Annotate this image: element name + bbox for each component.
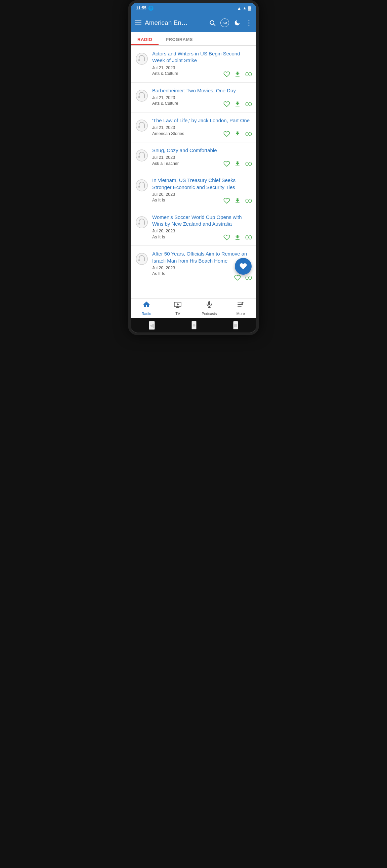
wifi-icon: ▲ [237,6,241,11]
svg-rect-19 [144,156,145,158]
listen-later-icon[interactable] [245,275,252,280]
news-actions [224,197,252,204]
favorite-icon[interactable] [234,274,241,281]
favorite-icon[interactable] [224,71,230,78]
audio-thumbnail [135,89,149,103]
status-bar: 11:55 🌐 ▲ ▲ ▓ [131,3,256,13]
news-category: As It Is [152,235,165,240]
nav-tv-label: TV [175,312,180,316]
listen-later-icon[interactable] [245,71,252,77]
svg-point-32 [136,253,147,265]
news-actions [224,101,252,107]
night-mode-button[interactable] [234,20,241,26]
svg-point-26 [249,199,251,203]
favorite-icon[interactable] [224,197,230,204]
audio-thumbnail [135,178,149,192]
news-title[interactable]: Snug, Cozy and Comfortable [152,147,252,154]
listen-later-icon[interactable] [245,235,252,240]
audio-thumbnail [135,252,149,266]
svg-rect-18 [139,156,140,158]
status-time: 11:55 [136,6,146,10]
favorite-icon[interactable] [224,160,230,167]
svg-point-20 [245,162,248,166]
listen-later-icon[interactable] [245,198,252,204]
news-category: American Stories [152,131,184,136]
news-date: Jul 21, 2023 [152,125,175,130]
news-title[interactable]: Actors and Writers in US Begin Second We… [152,50,252,64]
download-icon[interactable] [234,234,241,241]
news-date: Jul 20, 2023 [152,192,175,197]
nav-podcasts[interactable]: Podcasts [194,301,225,316]
svg-point-36 [249,276,251,279]
svg-point-10 [245,102,248,106]
listen-later-icon[interactable] [245,101,252,107]
svg-point-35 [245,276,248,279]
app-title: American En… [145,19,206,27]
audio-thumbnail [135,119,149,133]
favorite-icon[interactable] [224,101,230,107]
nav-radio[interactable]: Radio [131,301,162,316]
overflow-menu-button[interactable]: ⋮ [245,19,252,27]
svg-point-2 [136,53,147,64]
download-icon[interactable] [234,197,241,204]
svg-point-7 [136,90,147,101]
favorite-icon[interactable] [224,131,230,137]
battery-icon: ▓ [248,6,251,10]
svg-marker-38 [177,303,179,306]
app-bar-actions: AD ⋮ [209,19,252,27]
more-icon [237,301,244,311]
news-item: Snug, Cozy and Comfortable Jul 21, 2023 … [131,143,256,172]
back-button[interactable]: ◀ [149,321,155,330]
signal-icon: ▲ [242,6,246,10]
world-icon: 🌐 [148,6,153,11]
listen-later-icon[interactable] [245,131,252,137]
adblock-button[interactable]: AD [220,19,229,27]
menu-button[interactable] [135,21,142,25]
svg-rect-23 [139,186,140,188]
news-title[interactable]: Women's Soccer World Cup Opens with Wins… [152,214,252,228]
listen-later-icon[interactable] [245,161,252,166]
news-date: Jul 21, 2023 [152,155,175,160]
svg-point-12 [136,120,147,131]
news-item: Barbenheimer: Two Movies, One Day Jul 21… [131,83,256,113]
svg-point-27 [136,217,147,228]
news-category: As It Is [152,198,165,203]
nav-tv[interactable]: TV [162,301,194,316]
download-icon[interactable] [234,71,241,78]
svg-rect-28 [139,223,140,225]
news-title[interactable]: 'The Law of Life,' by Jack London, Part … [152,117,252,124]
svg-rect-9 [144,96,145,98]
audio-thumbnail [135,148,149,162]
bottom-nav: Radio TV Podcast [131,298,256,318]
svg-rect-4 [144,59,145,61]
audio-thumbnail [135,215,149,229]
download-icon[interactable] [234,101,241,107]
svg-line-1 [214,24,215,26]
search-button[interactable] [209,20,216,26]
phone-frame: 11:55 🌐 ▲ ▲ ▓ American En… AD [128,0,259,335]
recents-button[interactable]: ■ [233,321,238,330]
download-icon[interactable] [234,160,241,167]
tab-programs[interactable]: PROGRAMS [159,32,200,45]
news-date: Jul 21, 2023 [152,65,175,70]
svg-point-25 [245,199,248,203]
favorite-icon[interactable] [224,234,230,241]
fab-favorite-button[interactable] [235,258,251,275]
news-category: Arts & Culture [152,101,178,106]
tab-radio[interactable]: RADIO [131,32,159,45]
news-actions [234,274,252,281]
news-date: Jul 20, 2023 [152,266,175,270]
system-nav-bar: ◀ ● ■ [131,318,256,333]
news-item: In Vietnam, US Treasury Chief Seeks Stro… [131,172,256,209]
news-title[interactable]: In Vietnam, US Treasury Chief Seeks Stro… [152,177,252,191]
svg-point-5 [245,72,248,76]
news-title[interactable]: Barbenheimer: Two Movies, One Day [152,87,252,94]
home-icon [143,301,150,311]
svg-rect-13 [139,126,140,128]
svg-point-6 [249,72,251,76]
nav-more[interactable]: More [225,301,257,316]
home-button[interactable]: ● [191,321,197,330]
mic-icon [205,301,213,311]
svg-rect-8 [139,96,140,98]
download-icon[interactable] [234,131,241,137]
